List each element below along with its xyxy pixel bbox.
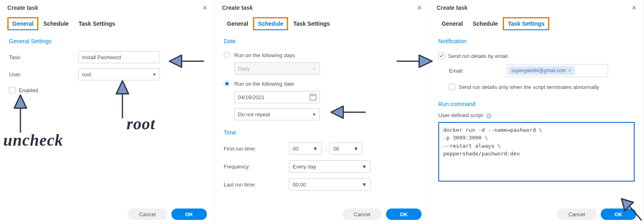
close-icon[interactable]: ×	[632, 4, 636, 11]
days-value: Daily	[238, 66, 250, 72]
radio-date[interactable]	[224, 80, 230, 87]
annotation-arrow-uncheck	[4, 92, 37, 137]
titlebar: Create task ×	[215, 0, 429, 17]
repeat-value: Do not repeat	[238, 111, 270, 118]
cancel-button[interactable]: Cancel	[128, 208, 167, 220]
remove-tag-icon[interactable]: ×	[568, 68, 571, 73]
window-title: Create task	[7, 4, 38, 11]
radio-date-label: Run on the following date	[234, 81, 294, 87]
script-textarea[interactable]: docker run -d --name=pashword \ -p 3009:…	[438, 122, 635, 182]
info-icon[interactable]: i	[486, 113, 492, 119]
panel-schedule: Create task × General Schedule Task Sett…	[215, 0, 429, 224]
row-email: Email: supergate84@gmail.com ×	[429, 62, 644, 79]
radio-run-days: Run on the following days	[215, 49, 429, 61]
row-frequency: Frequency: Every day ▼	[215, 159, 429, 174]
hour-select[interactable]: 00 ▼	[289, 142, 322, 155]
row-date: 04/16/2021	[215, 89, 429, 105]
last-run-select[interactable]: 00:00 ▼	[289, 178, 371, 191]
footer: Cancel OK	[128, 208, 207, 220]
send-email-label: Send run details by email	[448, 53, 508, 59]
frequency-label: Frequency:	[224, 164, 289, 170]
section-run-command: Run command	[429, 101, 644, 107]
close-icon[interactable]: ×	[202, 4, 207, 11]
row-first-run: First run time: 00 ▼ : 00 ▼	[215, 141, 429, 156]
row-script-label: User-defined script i	[429, 112, 644, 119]
minute-value: 00	[333, 146, 339, 152]
enabled-checkbox[interactable]	[9, 87, 16, 93]
last-run-value: 00:00	[293, 182, 306, 188]
user-select[interactable]: root ▼	[78, 68, 160, 80]
radio-days[interactable]	[224, 52, 230, 58]
abnormal-checkbox[interactable]	[449, 84, 455, 90]
panel-task-settings: Create task × General Schedule Task Sett…	[429, 0, 644, 224]
tab-general[interactable]: General	[222, 17, 253, 30]
titlebar: Create task ×	[429, 0, 644, 17]
tabs: General Schedule Task Settings	[429, 17, 644, 31]
chevron-down-icon: ▼	[362, 182, 367, 188]
chevron-down-icon: ▼	[362, 164, 367, 170]
annotation-text-root: root	[127, 114, 155, 133]
task-input[interactable]	[78, 51, 160, 63]
section-general-settings: General Settings	[0, 38, 214, 44]
row-last-run: Last run time: 00:00 ▼	[215, 177, 429, 192]
hour-value: 00	[293, 146, 298, 152]
chevron-down-icon: ▼	[312, 67, 316, 71]
days-select: Daily ▼	[234, 62, 320, 75]
frequency-value: Every day	[293, 164, 316, 170]
ok-button[interactable]: OK	[386, 208, 422, 220]
row-user: User: root ▼	[0, 67, 214, 82]
section-date: Date	[215, 38, 429, 44]
row-send-email: Send run details by email	[429, 49, 644, 62]
radio-run-date: Run on the following date	[215, 78, 429, 89]
tabs: General Schedule Task Settings	[0, 17, 214, 31]
footer: Cancel OK	[557, 208, 636, 220]
tab-schedule[interactable]: Schedule	[253, 17, 288, 30]
window-title: Create task	[222, 4, 253, 11]
tab-task-settings[interactable]: Task Settings	[288, 17, 335, 30]
last-run-label: Last run time:	[224, 182, 289, 188]
user-value: root	[82, 71, 91, 78]
row-abnormal: Send run details only when the script te…	[429, 80, 644, 93]
panel-general: Create task × General Schedule Task Sett…	[0, 0, 215, 224]
tab-general[interactable]: General	[437, 17, 468, 30]
chevron-down-icon: ▼	[312, 112, 316, 117]
tab-task-settings[interactable]: Task Settings	[73, 17, 120, 30]
titlebar: Create task ×	[0, 0, 214, 17]
section-notification: Notification	[429, 38, 644, 44]
time-colon: :	[325, 146, 326, 152]
tab-task-settings[interactable]: Task Settings	[503, 17, 549, 30]
chevron-down-icon: ▼	[313, 146, 318, 152]
enabled-label: Enabled	[19, 87, 38, 93]
section-time: Time	[215, 129, 429, 136]
task-label: Task:	[9, 54, 78, 60]
ok-button[interactable]: OK	[171, 208, 207, 220]
email-input[interactable]: supergate84@gmail.com ×	[506, 64, 608, 77]
email-tag[interactable]: supergate84@gmail.com ×	[508, 66, 575, 75]
date-input[interactable]: 04/16/2021	[234, 91, 320, 103]
chevron-down-icon: ▼	[353, 146, 359, 152]
row-daily: Daily ▼	[215, 61, 429, 76]
calendar-icon	[310, 94, 316, 100]
annotation-text-uncheck: uncheck	[3, 131, 63, 150]
email-label: Email:	[449, 68, 506, 74]
cancel-button[interactable]: Cancel	[557, 208, 596, 220]
footer: Cancel OK	[342, 208, 422, 220]
user-label: User:	[9, 71, 78, 78]
tab-schedule[interactable]: Schedule	[38, 17, 73, 30]
cancel-button[interactable]: Cancel	[342, 208, 382, 220]
send-email-checkbox[interactable]	[438, 53, 445, 59]
repeat-select[interactable]: Do not repeat ▼	[234, 108, 320, 120]
minute-select[interactable]: 00 ▼	[330, 142, 362, 155]
tabs: General Schedule Task Settings	[215, 17, 429, 31]
window-title: Create task	[437, 4, 468, 11]
tab-schedule[interactable]: Schedule	[468, 17, 503, 30]
row-task: Task:	[0, 49, 214, 65]
tab-general[interactable]: General	[7, 17, 38, 30]
close-icon[interactable]: ×	[417, 4, 422, 11]
first-run-label: First run time:	[224, 146, 289, 152]
ok-button[interactable]: OK	[601, 208, 637, 220]
chevron-down-icon: ▼	[152, 72, 156, 77]
date-value: 04/16/2021	[238, 94, 264, 100]
frequency-select[interactable]: Every day ▼	[289, 160, 371, 173]
row-repeat: Do not repeat ▼	[215, 106, 429, 122]
